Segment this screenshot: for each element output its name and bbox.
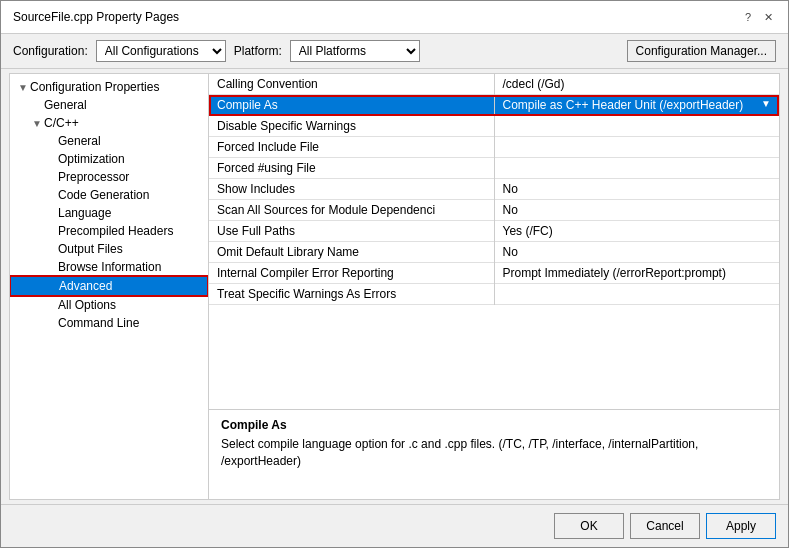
info-panel-description: Select compile language option for .c an… bbox=[221, 436, 767, 470]
sidebar-item-label: Code Generation bbox=[58, 188, 149, 202]
property-value bbox=[494, 137, 779, 158]
config-label: Configuration: bbox=[13, 44, 88, 58]
sidebar-item-label: C/C++ bbox=[44, 116, 79, 130]
apply-button[interactable]: Apply bbox=[706, 513, 776, 539]
property-name: Forced Include File bbox=[209, 137, 494, 158]
sidebar-item-label: Language bbox=[58, 206, 111, 220]
sidebar-item-cpp[interactable]: ▼C/C++ bbox=[10, 114, 208, 132]
info-panel: Compile As Select compile language optio… bbox=[209, 409, 779, 499]
table-row[interactable]: Internal Compiler Error ReportingPrompt … bbox=[209, 263, 779, 284]
table-row[interactable]: Calling Convention/cdecl (/Gd) bbox=[209, 74, 779, 95]
config-manager-button[interactable]: Configuration Manager... bbox=[627, 40, 776, 62]
sidebar-item-label: Preprocessor bbox=[58, 170, 129, 184]
ok-button[interactable]: OK bbox=[554, 513, 624, 539]
sidebar-item-cpp-general[interactable]: General bbox=[10, 132, 208, 150]
cancel-button[interactable]: Cancel bbox=[630, 513, 700, 539]
help-button[interactable]: ? bbox=[740, 9, 756, 25]
info-panel-title: Compile As bbox=[221, 418, 767, 432]
property-name: Calling Convention bbox=[209, 74, 494, 95]
sidebar-item-label: General bbox=[44, 98, 87, 112]
property-pages-dialog: SourceFile.cpp Property Pages ? ✕ Config… bbox=[0, 0, 789, 548]
property-name: Internal Compiler Error Reporting bbox=[209, 263, 494, 284]
table-row[interactable]: Omit Default Library NameNo bbox=[209, 242, 779, 263]
main-area: ▼Configuration PropertiesGeneral▼C/C++Ge… bbox=[1, 69, 788, 504]
property-value: No bbox=[494, 179, 779, 200]
sidebar-item-label: Command Line bbox=[58, 316, 139, 330]
sidebar-item-optimization[interactable]: Optimization bbox=[10, 150, 208, 168]
expander-icon: ▼ bbox=[16, 82, 30, 93]
sidebar-item-config-props[interactable]: ▼Configuration Properties bbox=[10, 78, 208, 96]
property-name: Omit Default Library Name bbox=[209, 242, 494, 263]
sidebar-item-general[interactable]: General bbox=[10, 96, 208, 114]
property-value: No bbox=[494, 200, 779, 221]
sidebar-item-label: Optimization bbox=[58, 152, 125, 166]
property-value bbox=[494, 158, 779, 179]
sidebar-item-label: Browse Information bbox=[58, 260, 161, 274]
table-row[interactable]: Treat Specific Warnings As Errors bbox=[209, 284, 779, 305]
config-select[interactable]: All Configurations bbox=[96, 40, 226, 62]
sidebar-item-browse-info[interactable]: Browse Information bbox=[10, 258, 208, 276]
sidebar-item-label: All Options bbox=[58, 298, 116, 312]
property-value bbox=[494, 284, 779, 305]
sidebar-item-advanced[interactable]: Advanced bbox=[10, 276, 208, 296]
property-value: Yes (/FC) bbox=[494, 221, 779, 242]
property-name: Compile As bbox=[209, 95, 494, 116]
dropdown-arrow-icon: ▼ bbox=[761, 98, 771, 109]
sidebar-item-all-options[interactable]: All Options bbox=[10, 296, 208, 314]
sidebar-item-label: General bbox=[58, 134, 101, 148]
table-row[interactable]: Forced #using File bbox=[209, 158, 779, 179]
sidebar-item-code-gen[interactable]: Code Generation bbox=[10, 186, 208, 204]
title-bar: SourceFile.cpp Property Pages ? ✕ bbox=[1, 1, 788, 34]
property-name: Scan All Sources for Module Dependenci bbox=[209, 200, 494, 221]
platform-select[interactable]: All Platforms bbox=[290, 40, 420, 62]
config-bar: Configuration: All Configurations Platfo… bbox=[1, 34, 788, 69]
property-value: Prompt Immediately (/errorReport:prompt) bbox=[494, 263, 779, 284]
sidebar-item-precompiled[interactable]: Precompiled Headers bbox=[10, 222, 208, 240]
sidebar-item-command-line[interactable]: Command Line bbox=[10, 314, 208, 332]
sidebar-item-language[interactable]: Language bbox=[10, 204, 208, 222]
sidebar-item-label: Precompiled Headers bbox=[58, 224, 173, 238]
sidebar-tree: ▼Configuration PropertiesGeneral▼C/C++Ge… bbox=[9, 73, 209, 500]
property-name: Use Full Paths bbox=[209, 221, 494, 242]
close-button[interactable]: ✕ bbox=[760, 9, 776, 25]
property-name: Forced #using File bbox=[209, 158, 494, 179]
sidebar-item-preprocessor[interactable]: Preprocessor bbox=[10, 168, 208, 186]
platform-label: Platform: bbox=[234, 44, 282, 58]
content-area: Calling Convention/cdecl (/Gd)Compile As… bbox=[209, 73, 780, 500]
property-name: Treat Specific Warnings As Errors bbox=[209, 284, 494, 305]
property-table: Calling Convention/cdecl (/Gd)Compile As… bbox=[209, 74, 779, 409]
property-value: /cdecl (/Gd) bbox=[494, 74, 779, 95]
table-row[interactable]: Show IncludesNo bbox=[209, 179, 779, 200]
footer: OK Cancel Apply bbox=[1, 504, 788, 547]
expander-icon: ▼ bbox=[30, 118, 44, 129]
properties-grid: Calling Convention/cdecl (/Gd)Compile As… bbox=[209, 74, 779, 305]
table-row[interactable]: Compile AsCompile as C++ Header Unit (/e… bbox=[209, 95, 779, 116]
property-name: Show Includes bbox=[209, 179, 494, 200]
title-bar-controls: ? ✕ bbox=[740, 9, 776, 25]
sidebar-item-label: Output Files bbox=[58, 242, 123, 256]
table-row[interactable]: Scan All Sources for Module DependenciNo bbox=[209, 200, 779, 221]
property-value: No bbox=[494, 242, 779, 263]
property-value[interactable]: Compile as C++ Header Unit (/exportHeade… bbox=[494, 95, 779, 116]
sidebar-item-label: Configuration Properties bbox=[30, 80, 159, 94]
sidebar-item-output-files[interactable]: Output Files bbox=[10, 240, 208, 258]
dialog-title: SourceFile.cpp Property Pages bbox=[13, 10, 179, 24]
property-name: Disable Specific Warnings bbox=[209, 116, 494, 137]
table-row[interactable]: Forced Include File bbox=[209, 137, 779, 158]
property-value bbox=[494, 116, 779, 137]
table-row[interactable]: Disable Specific Warnings bbox=[209, 116, 779, 137]
table-row[interactable]: Use Full PathsYes (/FC) bbox=[209, 221, 779, 242]
sidebar-item-label: Advanced bbox=[59, 279, 112, 293]
